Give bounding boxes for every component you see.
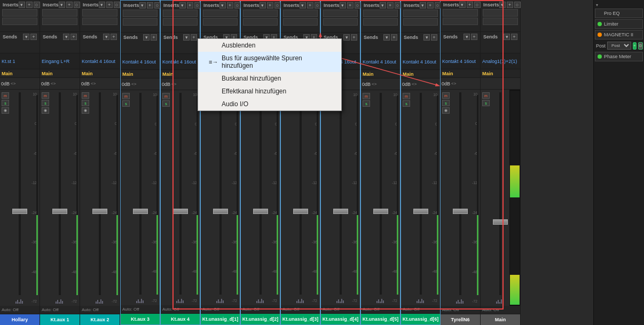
phase-meter-slot[interactable]: Phase Meter (595, 52, 643, 61)
channel-name[interactable]: Kt.aux 2 (80, 314, 120, 325)
sends-plus-btn[interactable]: + (391, 34, 397, 41)
channel-name[interactable]: Hollary (0, 314, 40, 325)
channel-name[interactable]: Kt.aux 4 (161, 314, 200, 324)
solo-btn[interactable]: s (442, 100, 450, 106)
inserts-add-btn[interactable]: ▾ (260, 2, 266, 9)
sends-plus-btn[interactable]: + (471, 34, 477, 40)
plugin-slot-1[interactable]: Limiter (595, 19, 643, 29)
insert-slot-1[interactable] (443, 9, 478, 17)
insert-slot-1[interactable] (243, 10, 278, 17)
insert-slot-2[interactable] (443, 18, 478, 25)
insert-slot-1[interactable] (323, 10, 358, 17)
sends-plus-btn[interactable]: + (511, 34, 517, 40)
insert-slot-1[interactable] (82, 9, 117, 17)
inserts-power-btn[interactable]: ○ (395, 2, 401, 9)
mute-btn[interactable]: m (482, 92, 490, 99)
channel-name[interactable]: Kt.unassig_d[2] (241, 314, 280, 324)
solo-btn[interactable]: s (403, 100, 410, 107)
inserts-add-btn[interactable]: ▾ (459, 2, 466, 8)
listen-btn[interactable]: ◉ (42, 107, 49, 114)
solo-btn[interactable]: s (82, 100, 89, 106)
listen-btn[interactable]: ◉ (2, 107, 9, 114)
insert-slot-1[interactable] (163, 10, 198, 17)
channel-name[interactable]: TyrellN6 (441, 314, 480, 325)
inserts-power-btn[interactable]: ○ (154, 2, 161, 9)
mute-btn[interactable]: m (122, 93, 130, 99)
fader-handle[interactable] (453, 209, 468, 214)
sends-add-btn[interactable]: ▾ (183, 34, 190, 41)
sends-add-btn[interactable]: ▾ (103, 34, 109, 40)
sends-add-btn[interactable]: ▾ (464, 34, 470, 40)
insert-slot-2[interactable] (123, 18, 158, 26)
context-menu-item-4[interactable]: Audio I/O (198, 98, 341, 110)
fader-handle[interactable] (493, 219, 508, 225)
sends-add-btn[interactable]: ▾ (23, 34, 29, 40)
channel-name[interactable]: Main (481, 314, 520, 325)
pan-control[interactable]: <> (372, 82, 376, 86)
inserts-power-btn[interactable]: ○ (435, 2, 441, 9)
fader-handle[interactable] (253, 209, 268, 214)
fader-handle[interactable] (92, 209, 107, 214)
pan-control[interactable]: <> (11, 81, 15, 86)
inserts-power-btn[interactable]: ○ (194, 2, 201, 9)
plugin-slot-0[interactable]: Pro EQ (595, 9, 643, 18)
sends-add-btn[interactable]: ▾ (423, 34, 430, 41)
sends-add-btn[interactable]: ▾ (343, 34, 350, 41)
mute-btn[interactable]: m (82, 92, 89, 99)
context-menu-item-1[interactable]: ≡→ Bus für ausgewählte Spuren hinzufügen (198, 52, 341, 72)
inserts-add-btn[interactable]: ▾ (179, 2, 186, 9)
inserts-add-btn[interactable]: ▾ (300, 2, 306, 9)
insert-slot-2[interactable] (483, 18, 518, 25)
insert-slot-2[interactable] (42, 18, 77, 25)
pan-control[interactable]: <> (51, 81, 56, 86)
mute-btn[interactable]: m (363, 93, 370, 99)
pan-control[interactable]: <> (412, 82, 417, 86)
solo-btn[interactable]: s (122, 100, 130, 107)
solo-btn[interactable]: s (2, 100, 9, 106)
listen-btn[interactable]: ◉ (442, 107, 450, 114)
insert-slot-1[interactable] (2, 9, 37, 17)
inserts-add-btn[interactable]: ▾ (219, 2, 226, 9)
insert-slot-1[interactable] (42, 9, 77, 17)
mute-btn[interactable]: m (403, 93, 410, 99)
inserts-power-btn[interactable]: ○ (74, 2, 80, 8)
fader-handle[interactable] (293, 209, 308, 214)
fader-handle[interactable] (213, 209, 228, 214)
inserts-plus-btn[interactable]: + (26, 2, 33, 8)
post-power-btn[interactable]: ⊙ (638, 42, 643, 50)
fader-handle[interactable] (173, 209, 188, 214)
pan-control[interactable]: <> (91, 81, 96, 86)
inserts-add-btn[interactable]: ▾ (139, 2, 146, 9)
sends-plus-btn[interactable]: + (191, 34, 197, 41)
fader-handle[interactable] (373, 209, 388, 214)
inserts-power-btn[interactable]: ○ (274, 2, 281, 9)
solo-btn[interactable]: s (363, 100, 370, 107)
context-menu-item-0[interactable]: Ausblenden (198, 39, 341, 52)
context-menu-item-3[interactable]: Effektkanal hinzufügen (198, 85, 341, 98)
inserts-plus-btn[interactable]: + (307, 2, 313, 9)
fader-handle[interactable] (12, 209, 27, 214)
insert-slot-2[interactable] (323, 18, 358, 26)
fader-handle[interactable] (413, 209, 428, 214)
sends-plus-btn[interactable]: + (431, 34, 437, 41)
sends-add-btn[interactable]: ▾ (504, 34, 510, 40)
inserts-plus-btn[interactable]: + (387, 2, 394, 9)
sends-add-btn[interactable]: ▾ (143, 34, 150, 41)
mute-btn[interactable]: m (42, 92, 49, 99)
context-menu-item-2[interactable]: Buskanal hinzufügen (198, 72, 341, 85)
insert-slot-2[interactable] (82, 18, 117, 25)
listen-btn[interactable]: ◉ (82, 107, 89, 114)
inserts-add-btn[interactable]: ▾ (19, 2, 25, 8)
sends-plus-btn[interactable]: + (151, 34, 157, 41)
insert-slot-2[interactable] (243, 18, 278, 26)
inserts-plus-btn[interactable]: + (427, 2, 434, 9)
solo-btn[interactable]: s (42, 100, 49, 106)
post-add-btn[interactable]: + (633, 42, 637, 50)
fader-handle[interactable] (333, 209, 348, 214)
inserts-add-btn[interactable]: ▾ (420, 2, 426, 9)
inserts-plus-btn[interactable]: + (147, 2, 153, 9)
sends-add-btn[interactable]: ▾ (383, 34, 390, 41)
mute-btn[interactable]: m (162, 93, 170, 99)
insert-slot-1[interactable] (363, 10, 398, 17)
inserts-plus-btn[interactable]: + (267, 2, 273, 9)
